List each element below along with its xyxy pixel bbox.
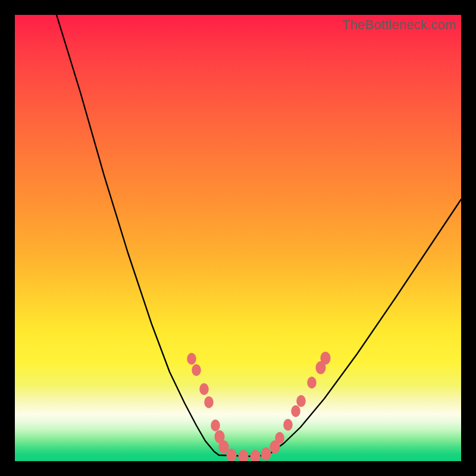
data-dot (296, 395, 306, 407)
chart-frame: TheBottleneck.com (0, 0, 476, 476)
data-dot (291, 405, 300, 417)
data-dot (283, 419, 293, 431)
data-dot (250, 450, 260, 461)
data-dot (192, 364, 201, 376)
data-dot (275, 432, 284, 444)
data-dot (199, 383, 209, 395)
data-dot (320, 352, 330, 365)
data-dot (261, 447, 271, 461)
data-dot (187, 353, 196, 365)
data-dot (307, 377, 317, 389)
data-dot (238, 450, 248, 461)
bottleneck-curve (15, 15, 461, 461)
data-dot (204, 396, 214, 408)
plot-area: TheBottleneck.com (15, 15, 461, 461)
curve-path (57, 15, 461, 456)
data-dot (211, 419, 220, 431)
data-dot (226, 449, 236, 461)
